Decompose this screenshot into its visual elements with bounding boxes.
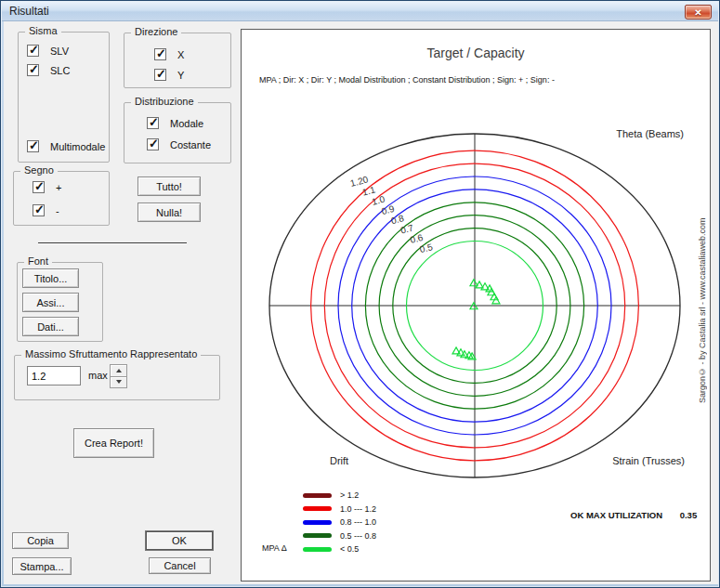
close-button[interactable] <box>685 5 712 20</box>
checkbox-y-box[interactable] <box>154 69 166 81</box>
dialog-body: Sisma SLV SLC Multimodale Direzione X Y … <box>4 21 718 584</box>
max-utilization-input[interactable] <box>27 366 81 385</box>
arrow-down-icon <box>116 380 122 384</box>
group-direzione-label: Direzione <box>131 26 181 37</box>
separator-line <box>38 242 187 244</box>
stampa-button[interactable]: Stampa... <box>12 557 72 575</box>
checkbox-slc-box[interactable] <box>27 64 39 76</box>
checkbox-modale-label: Modale <box>170 118 203 129</box>
title-bar[interactable]: Risultati <box>2 2 718 21</box>
status-label: OK MAX UTILIZATION <box>570 510 662 520</box>
group-font-label: Font <box>24 255 52 267</box>
checkbox-slc[interactable]: SLC <box>27 64 70 76</box>
legend-swatch <box>303 506 332 511</box>
max-label: max <box>88 370 108 381</box>
cancel-button[interactable]: Cancel <box>149 557 211 574</box>
axis-label-strain-trusses: Strain (Trusses) <box>612 455 685 466</box>
group-segno: Segno <box>13 171 110 226</box>
checkbox-multimodale-label: Multimodale <box>50 141 105 152</box>
legend-label: 1.0 --- 1.2 <box>340 504 376 514</box>
checkbox-slv-label: SLV <box>50 46 69 57</box>
tutto-button[interactable]: Tutto! <box>137 176 201 196</box>
checkbox-multimodale[interactable]: Multimodale <box>27 140 105 152</box>
legend-item: > 1.2 <box>303 489 376 503</box>
group-distribuzione: Distribuzione <box>124 102 231 163</box>
nulla-button[interactable]: Nulla! <box>137 203 201 222</box>
titolo-button[interactable]: Titolo... <box>22 268 79 288</box>
checkbox-plus[interactable]: + <box>33 181 61 193</box>
checkbox-x[interactable]: X <box>154 48 184 60</box>
chart-subtitle: MPA ; Dir: X ; Dir: Y ; Modal Distributi… <box>259 75 555 85</box>
checkbox-slv[interactable]: SLV <box>27 45 69 57</box>
legend-swatch <box>303 547 332 552</box>
checkbox-x-box[interactable] <box>154 48 166 60</box>
axis-label-theta-beams: Theta (Beams) <box>616 128 684 139</box>
checkbox-multimodale-box[interactable] <box>27 140 39 152</box>
legend-label: > 1.2 <box>340 490 359 500</box>
crea-report-button[interactable]: Crea Report! <box>73 428 154 458</box>
legend-item: 0.5 --- 0.8 <box>303 529 376 543</box>
checkbox-modale[interactable]: Modale <box>147 117 203 129</box>
checkbox-modale-box[interactable] <box>147 117 159 129</box>
legend-label: < 0.5 <box>340 544 359 554</box>
group-massimo-label: Massimo Sfruttamento Rappresentato <box>21 348 201 359</box>
ring-label-0.5: 0.5 <box>419 242 435 255</box>
checkbox-y[interactable]: Y <box>154 69 184 81</box>
legend-swatch <box>303 520 332 525</box>
chart-panel: 1.201.11.00.90.80.70.60.5 Target / Capac… <box>241 29 711 581</box>
axis-label-drift: Drift <box>330 455 348 466</box>
legend-item: 1.0 --- 1.2 <box>303 503 376 516</box>
legend-item: < 0.5 <box>303 542 376 556</box>
spinner-down-button[interactable] <box>110 376 127 389</box>
legend-label: 0.8 --- 1.0 <box>340 517 376 527</box>
spinner-up-button[interactable] <box>110 364 127 377</box>
series-marker-label: MPA Δ <box>262 543 287 553</box>
dati-button[interactable]: Dati... <box>22 317 79 336</box>
group-sisma-label: Sisma <box>25 25 61 36</box>
ok-button[interactable]: OK <box>146 531 213 550</box>
group-distribuzione-label: Distribuzione <box>131 96 198 107</box>
status-text: OK MAX UTILIZATION 0.35 <box>570 510 697 520</box>
checkbox-x-label: X <box>177 49 184 60</box>
copia-button[interactable]: Copia <box>12 532 69 549</box>
legend: > 1.21.0 --- 1.20.8 --- 1.00.5 --- 0.8< … <box>303 489 376 556</box>
checkbox-y-label: Y <box>177 70 184 81</box>
checkbox-costante-label: Costante <box>170 139 211 150</box>
max-spinner <box>110 364 127 388</box>
checkbox-costante-box[interactable] <box>147 138 159 150</box>
dialog-risultati: Risultati Sisma SLV SLC Multimodale Dire… <box>0 0 720 588</box>
status-value: 0.35 <box>680 510 698 520</box>
legend-item: 0.8 --- 1.0 <box>303 516 376 529</box>
checkbox-minus[interactable]: - <box>33 204 59 216</box>
window-title: Risultati <box>9 5 49 18</box>
data-point-triangle <box>470 280 478 286</box>
group-segno-label: Segno <box>20 164 58 176</box>
legend-swatch <box>303 493 332 498</box>
triangle-marker-icon: Δ <box>281 543 287 553</box>
arrow-up-icon <box>116 369 122 372</box>
assi-button[interactable]: Assi... <box>22 293 79 312</box>
checkbox-minus-box[interactable] <box>33 204 45 216</box>
legend-label: 0.5 --- 0.8 <box>340 531 376 541</box>
checkbox-slv-box[interactable] <box>27 45 39 57</box>
legend-swatch <box>303 533 332 538</box>
checkbox-minus-label: - <box>56 205 59 216</box>
checkbox-plus-label: + <box>56 182 61 193</box>
series-name: MPA <box>262 543 279 553</box>
checkbox-slc-label: SLC <box>50 65 70 76</box>
checkbox-plus-box[interactable] <box>33 181 45 193</box>
checkbox-costante[interactable]: Costante <box>147 138 211 150</box>
chart-title: Target / Capacity <box>242 46 710 60</box>
branding-note: Sargon© - by Castalia srl - www.castalia… <box>698 141 707 403</box>
